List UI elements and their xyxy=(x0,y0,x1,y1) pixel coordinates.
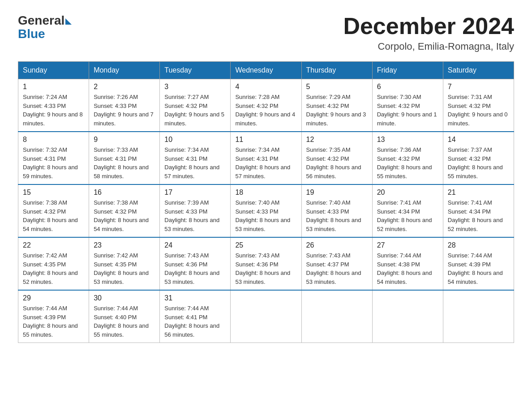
table-row: 12 Sunrise: 7:35 AM Sunset: 4:32 PM Dayl… xyxy=(301,132,372,184)
sunset-label: Sunset: 4:38 PM xyxy=(377,261,420,268)
daylight-label: Daylight: 8 hours and 52 minutes. xyxy=(448,217,503,232)
col-tuesday: Tuesday xyxy=(160,62,231,79)
day-info: Sunrise: 7:24 AM Sunset: 4:33 PM Dayligh… xyxy=(23,93,84,128)
day-number: 7 xyxy=(448,83,509,91)
daylight-label: Daylight: 8 hours and 53 minutes. xyxy=(164,217,219,232)
col-thursday: Thursday xyxy=(301,62,372,79)
daylight-label: Daylight: 8 hours and 59 minutes. xyxy=(23,164,78,180)
sunset-label: Sunset: 4:41 PM xyxy=(164,314,207,321)
sunset-label: Sunset: 4:32 PM xyxy=(306,103,349,109)
day-info: Sunrise: 7:36 AM Sunset: 4:32 PM Dayligh… xyxy=(377,146,438,180)
sunrise-label: Sunrise: 7:34 AM xyxy=(235,146,279,153)
sunrise-label: Sunrise: 7:32 AM xyxy=(23,146,67,153)
sunset-label: Sunset: 4:34 PM xyxy=(448,208,491,215)
day-number: 16 xyxy=(94,188,155,197)
logo-blue-text: Blue xyxy=(18,27,45,41)
sunset-label: Sunset: 4:32 PM xyxy=(377,155,420,162)
sunrise-label: Sunrise: 7:34 AM xyxy=(164,146,209,153)
daylight-label: Daylight: 8 hours and 57 minutes. xyxy=(164,164,219,180)
calendar-week-row: 22 Sunrise: 7:42 AM Sunset: 4:35 PM Dayl… xyxy=(18,237,514,290)
table-row xyxy=(231,290,301,343)
table-row: 16 Sunrise: 7:38 AM Sunset: 4:32 PM Dayl… xyxy=(89,184,160,237)
daylight-label: Daylight: 9 hours and 7 minutes. xyxy=(94,111,154,127)
daylight-label: Daylight: 8 hours and 52 minutes. xyxy=(377,217,432,232)
daylight-label: Daylight: 8 hours and 58 minutes. xyxy=(94,164,149,180)
title-area: December 2024 Corpolo, Emilia-Romagna, I… xyxy=(343,13,514,52)
sunset-label: Sunset: 4:31 PM xyxy=(164,155,207,162)
col-wednesday: Wednesday xyxy=(231,62,301,79)
table-row: 11 Sunrise: 7:34 AM Sunset: 4:31 PM Dayl… xyxy=(231,132,301,184)
table-row: 21 Sunrise: 7:41 AM Sunset: 4:34 PM Dayl… xyxy=(443,184,514,237)
day-info: Sunrise: 7:33 AM Sunset: 4:31 PM Dayligh… xyxy=(94,146,155,180)
day-number: 13 xyxy=(377,136,438,144)
day-info: Sunrise: 7:30 AM Sunset: 4:32 PM Dayligh… xyxy=(377,93,438,128)
table-row: 29 Sunrise: 7:44 AM Sunset: 4:39 PM Dayl… xyxy=(18,290,89,343)
day-info: Sunrise: 7:41 AM Sunset: 4:34 PM Dayligh… xyxy=(377,198,438,233)
table-row: 9 Sunrise: 7:33 AM Sunset: 4:31 PM Dayli… xyxy=(89,132,160,184)
logo-general-text: General xyxy=(18,13,64,28)
table-row: 4 Sunrise: 7:28 AM Sunset: 4:32 PM Dayli… xyxy=(231,79,301,132)
sunset-label: Sunset: 4:33 PM xyxy=(23,103,66,109)
table-row: 14 Sunrise: 7:37 AM Sunset: 4:32 PM Dayl… xyxy=(443,132,514,184)
sunset-label: Sunset: 4:31 PM xyxy=(94,155,137,162)
table-row: 5 Sunrise: 7:29 AM Sunset: 4:32 PM Dayli… xyxy=(301,79,372,132)
sunrise-label: Sunrise: 7:30 AM xyxy=(377,94,421,100)
sunset-label: Sunset: 4:36 PM xyxy=(235,261,278,268)
day-number: 4 xyxy=(235,83,296,91)
day-number: 30 xyxy=(94,294,155,302)
sunrise-label: Sunrise: 7:43 AM xyxy=(235,252,279,259)
daylight-label: Daylight: 8 hours and 53 minutes. xyxy=(306,270,361,285)
daylight-label: Daylight: 9 hours and 4 minutes. xyxy=(235,111,295,127)
sunrise-label: Sunrise: 7:24 AM xyxy=(23,94,67,100)
daylight-label: Daylight: 9 hours and 0 minutes. xyxy=(448,111,508,127)
day-number: 3 xyxy=(164,83,226,91)
sunset-label: Sunset: 4:32 PM xyxy=(306,155,349,162)
table-row: 26 Sunrise: 7:43 AM Sunset: 4:37 PM Dayl… xyxy=(301,237,372,290)
sunset-label: Sunset: 4:33 PM xyxy=(164,208,207,215)
day-number: 21 xyxy=(448,188,509,197)
sunset-label: Sunset: 4:32 PM xyxy=(377,103,420,109)
day-info: Sunrise: 7:39 AM Sunset: 4:33 PM Dayligh… xyxy=(164,198,226,233)
sunrise-label: Sunrise: 7:43 AM xyxy=(306,252,351,259)
calendar-week-row: 1 Sunrise: 7:24 AM Sunset: 4:33 PM Dayli… xyxy=(18,79,514,132)
table-row: 23 Sunrise: 7:42 AM Sunset: 4:35 PM Dayl… xyxy=(89,237,160,290)
sunrise-label: Sunrise: 7:33 AM xyxy=(94,146,138,153)
day-number: 22 xyxy=(23,241,84,249)
day-number: 11 xyxy=(235,136,296,144)
day-info: Sunrise: 7:34 AM Sunset: 4:31 PM Dayligh… xyxy=(235,146,296,180)
day-number: 19 xyxy=(306,188,368,197)
table-row: 19 Sunrise: 7:40 AM Sunset: 4:33 PM Dayl… xyxy=(301,184,372,237)
sunrise-label: Sunrise: 7:27 AM xyxy=(164,94,209,100)
sunset-label: Sunset: 4:37 PM xyxy=(306,261,349,268)
sunrise-label: Sunrise: 7:44 AM xyxy=(164,305,209,312)
day-info: Sunrise: 7:44 AM Sunset: 4:39 PM Dayligh… xyxy=(448,251,509,286)
day-info: Sunrise: 7:40 AM Sunset: 4:33 PM Dayligh… xyxy=(306,198,368,233)
daylight-label: Daylight: 8 hours and 54 minutes. xyxy=(23,217,78,232)
daylight-label: Daylight: 8 hours and 53 minutes. xyxy=(164,270,219,285)
table-row: 28 Sunrise: 7:44 AM Sunset: 4:39 PM Dayl… xyxy=(443,237,514,290)
day-info: Sunrise: 7:31 AM Sunset: 4:32 PM Dayligh… xyxy=(448,93,509,128)
daylight-label: Daylight: 8 hours and 52 minutes. xyxy=(23,270,78,285)
table-row: 25 Sunrise: 7:43 AM Sunset: 4:36 PM Dayl… xyxy=(231,237,301,290)
location-title: Corpolo, Emilia-Romagna, Italy xyxy=(343,41,514,52)
table-row: 10 Sunrise: 7:34 AM Sunset: 4:31 PM Dayl… xyxy=(160,132,231,184)
table-row: 8 Sunrise: 7:32 AM Sunset: 4:31 PM Dayli… xyxy=(18,132,89,184)
sunrise-label: Sunrise: 7:42 AM xyxy=(23,252,67,259)
sunset-label: Sunset: 4:33 PM xyxy=(306,208,349,215)
day-number: 20 xyxy=(377,188,438,197)
table-row: 13 Sunrise: 7:36 AM Sunset: 4:32 PM Dayl… xyxy=(372,132,443,184)
day-number: 28 xyxy=(448,241,509,249)
sunrise-label: Sunrise: 7:42 AM xyxy=(94,252,138,259)
daylight-label: Daylight: 9 hours and 3 minutes. xyxy=(306,111,366,127)
table-row xyxy=(372,290,443,343)
day-number: 27 xyxy=(377,241,438,249)
day-info: Sunrise: 7:26 AM Sunset: 4:33 PM Dayligh… xyxy=(94,93,155,128)
day-number: 2 xyxy=(94,83,155,91)
day-number: 1 xyxy=(23,83,84,91)
daylight-label: Daylight: 8 hours and 53 minutes. xyxy=(94,270,149,285)
daylight-label: Daylight: 8 hours and 53 minutes. xyxy=(306,217,361,232)
table-row: 27 Sunrise: 7:44 AM Sunset: 4:38 PM Dayl… xyxy=(372,237,443,290)
sunset-label: Sunset: 4:32 PM xyxy=(164,103,207,109)
sunset-label: Sunset: 4:32 PM xyxy=(235,103,278,109)
daylight-label: Daylight: 9 hours and 5 minutes. xyxy=(164,111,224,127)
